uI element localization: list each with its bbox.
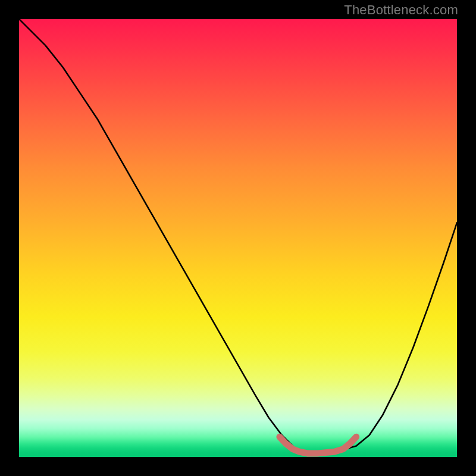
chart-frame: TheBottleneck.com bbox=[0, 0, 476, 476]
bottleneck-curve-path bbox=[19, 19, 457, 453]
optimal-band-path bbox=[280, 437, 356, 453]
plot-area bbox=[19, 19, 457, 457]
watermark-text: TheBottleneck.com bbox=[344, 2, 458, 18]
curve-layer bbox=[19, 19, 457, 457]
